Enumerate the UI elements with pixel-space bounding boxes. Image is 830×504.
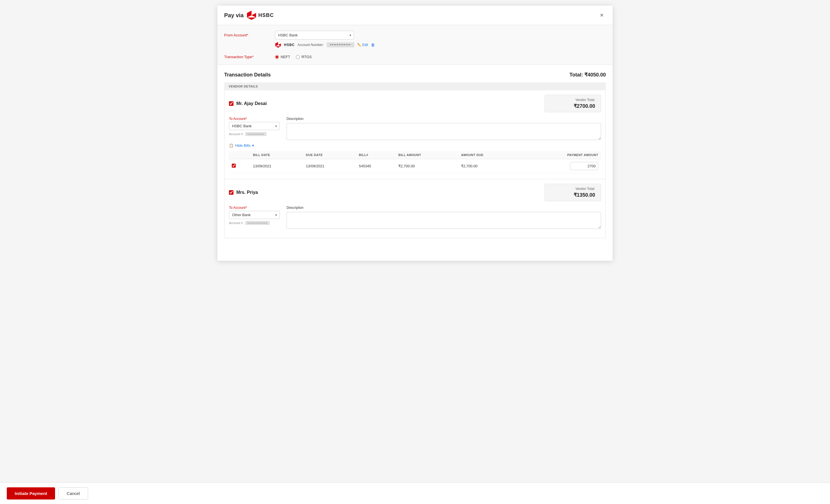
vendor-ajay-header: Mr. Ajay Desai Vendor Total: ₹2700.00	[229, 95, 601, 112]
bill-row-1-amount: ₹2,700.00	[395, 159, 458, 173]
transaction-details-title: Transaction Details	[224, 72, 271, 78]
vendor-priya-total-box: Vendor Total: ₹1350.00	[545, 184, 601, 201]
vendor-ajay-desc-field: Description	[287, 117, 601, 140]
vendor-priya-description-textarea[interactable]	[287, 212, 601, 229]
bill-row-1-payment-input[interactable]	[570, 162, 598, 170]
vendor-priya-to-account-label: To Account*	[229, 206, 280, 210]
vendor-ajay-account-num: Account # : ••••••••••	[229, 132, 280, 136]
delete-account-icon[interactable]: 🗑	[371, 43, 375, 47]
neft-radio[interactable]	[275, 55, 279, 59]
account-info-row: HSBC Account Number: •••••••••••• ✏️ Edi…	[275, 42, 606, 48]
vendor-ajay-account-masked: ••••••••••	[245, 132, 266, 136]
vendor-block-priya: Mrs. Priya Vendor Total: ₹1350.00 To Acc…	[224, 179, 606, 238]
vendor-priya-total-label: Vendor Total:	[550, 187, 595, 191]
vendor-ajay-to-account-field: To Account* HSBC Bank Other Bank ▾ Accou…	[229, 117, 280, 140]
bill-row-1-checkbox-cell	[229, 159, 250, 173]
from-account-controls: HSBC Bank Other Bank ▾ HSBC Account Numb…	[275, 31, 606, 48]
vendor-priya-desc-label: Description	[287, 206, 601, 210]
modal-header-left: Pay via HSBC	[224, 10, 274, 20]
hsbc-small-label: HSBC	[284, 43, 295, 47]
bills-table-icon: 📋	[229, 143, 233, 147]
hsbc-bank-name: HSBC	[258, 12, 274, 18]
hsbc-logo-icon	[247, 10, 257, 20]
neft-label: NEFT	[281, 55, 290, 59]
bill-row-1-due-date: 13/09/2021	[303, 159, 356, 173]
total-amount: Total: ₹4050.00	[569, 72, 606, 78]
pencil-icon: ✏️	[357, 43, 361, 47]
vendor-ajay-name-row: Mr. Ajay Desai	[229, 101, 267, 106]
vendor-ajay-total-box: Vendor Total: ₹2700.00	[545, 95, 601, 112]
transaction-section: Transaction Details Total: ₹4050.00 VEND…	[217, 65, 613, 261]
vendor-priya-total-value: ₹1350.00	[550, 192, 595, 198]
account-number-masked: ••••••••••••	[327, 42, 354, 47]
neft-radio-label[interactable]: NEFT	[275, 55, 290, 59]
account-number-label: Account Number:	[297, 43, 324, 47]
modal-header: Pay via HSBC ×	[217, 6, 613, 25]
bills-table-ajay: BILL DATE DUE DATE BILL# BILL AMOUNT AMO…	[229, 151, 601, 173]
pay-via-label: Pay via	[224, 12, 244, 19]
hsbc-mini-icon	[275, 42, 281, 48]
vendor-priya-header: Mrs. Priya Vendor Total: ₹1350.00	[229, 184, 601, 201]
hide-bills-toggle-ajay[interactable]: 📋 Hide Bills ▾	[229, 143, 601, 147]
vendor-ajay-desc-label: Description	[287, 117, 601, 121]
from-account-select-wrapper: HSBC Bank Other Bank ▾	[275, 31, 354, 39]
bill-row-1-date: 13/09/2021	[250, 159, 303, 173]
vendor-priya-account-masked: ••••••••••••	[245, 221, 269, 225]
col-bill-date: BILL DATE	[250, 151, 303, 159]
rtgs-radio[interactable]	[296, 55, 300, 59]
transaction-type-radios: NEFT RTGS	[275, 53, 312, 59]
col-bill-amount: BILL AMOUNT	[395, 151, 458, 159]
vendor-ajay-form-row: To Account* HSBC Bank Other Bank ▾ Accou…	[229, 117, 601, 140]
transaction-type-label: Transaction Type*	[224, 53, 269, 59]
vendor-priya-name-row: Mrs. Priya	[229, 190, 258, 195]
vendor-priya-account-num: Account # : ••••••••••••	[229, 221, 280, 225]
vendor-priya-form-row: To Account* HSBC Bank Other Bank ▾ Accou…	[229, 206, 601, 229]
col-due-date: DUE DATE	[303, 151, 356, 159]
pay-via-modal: Pay via HSBC × From Account* HSBC	[217, 6, 613, 261]
vendor-ajay-to-account-select[interactable]: HSBC Bank Other Bank	[229, 122, 280, 130]
hide-bills-chevron-icon: ▾	[252, 143, 254, 147]
vendor-ajay-total-label: Vendor Total:	[550, 98, 595, 102]
vendor-priya-desc-field: Description	[287, 206, 601, 229]
from-account-row: From Account* HSBC Bank Other Bank ▾	[224, 31, 606, 48]
edit-account-link[interactable]: ✏️ Edit	[357, 43, 368, 47]
bill-row-1-checkbox[interactable]	[232, 164, 236, 168]
bill-row-1: 13/09/2021 13/09/2021 545345 ₹2,700.00 ₹…	[229, 159, 601, 173]
rtgs-radio-label[interactable]: RTGS	[296, 55, 312, 59]
vendor-priya-checkbox[interactable]	[229, 190, 233, 195]
vendor-ajay-total-value: ₹2700.00	[550, 103, 595, 109]
vendor-priya-select-wrapper: HSBC Bank Other Bank ▾	[229, 211, 280, 219]
vendor-ajay-checkbox[interactable]	[229, 101, 233, 106]
col-payment-amount: PAYMENT AMOUNT	[520, 151, 601, 159]
vendor-details-bar: VENDOR DETAILS	[224, 82, 606, 90]
vendor-priya-to-account-select[interactable]: HSBC Bank Other Bank	[229, 211, 280, 219]
hide-bills-label: Hide Bills	[235, 143, 250, 147]
form-section: From Account* HSBC Bank Other Bank ▾	[217, 25, 613, 65]
col-bill-num: BILL#	[356, 151, 395, 159]
vendor-ajay-select-wrapper: HSBC Bank Other Bank ▾	[229, 122, 280, 130]
vendor-ajay-to-account-label: To Account*	[229, 117, 280, 121]
close-button[interactable]: ×	[598, 11, 606, 20]
vendor-priya-name: Mrs. Priya	[236, 190, 258, 195]
vendor-ajay-description-textarea[interactable]	[287, 123, 601, 140]
col-check	[229, 151, 250, 159]
transaction-header: Transaction Details Total: ₹4050.00	[224, 72, 606, 78]
vendor-block-ajay: Mr. Ajay Desai Vendor Total: ₹2700.00 To…	[224, 90, 606, 179]
bill-row-1-amount-due: ₹2,700.00	[458, 159, 520, 173]
vendor-ajay-name: Mr. Ajay Desai	[236, 101, 267, 106]
from-account-select[interactable]: HSBC Bank Other Bank	[275, 31, 354, 39]
vendor-priya-to-account-field: To Account* HSBC Bank Other Bank ▾ Accou…	[229, 206, 280, 229]
from-account-label: From Account*	[224, 31, 269, 37]
rtgs-label: RTGS	[301, 55, 312, 59]
bill-row-1-number: 545345	[356, 159, 395, 173]
col-amount-due: AMOUNT DUE	[458, 151, 520, 159]
hsbc-logo: HSBC	[247, 10, 274, 20]
bill-row-1-payment-cell	[520, 159, 601, 173]
transaction-type-row: Transaction Type* NEFT RTGS	[224, 53, 606, 59]
